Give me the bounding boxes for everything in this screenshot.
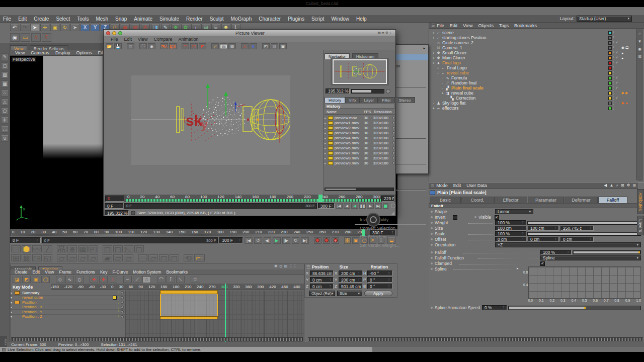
select-menu-item[interactable]: Invert Visibility [353,217,428,223]
object-row-final-logo[interactable]: + ⌐ Final Logo ⋮ [431,65,634,70]
timeline-menu-item[interactable]: Create [15,269,28,275]
grid-view-icon[interactable]: ▦ [228,43,236,49]
visibility-dots-icon[interactable]: ⋮ [612,91,615,95]
region-tool-icon[interactable]: ▣ [32,276,40,283]
object-row-starting-clones[interactable]: + ⌐ starting clones Position ⋮ [431,35,634,40]
visibility-dots-icon[interactable]: ⋮ [612,51,615,55]
menu-item[interactable]: Sculpt [210,16,224,22]
expand-icon[interactable]: ▸ [325,141,328,145]
modeling-tool-icon[interactable]: ▱ [113,254,123,261]
object-icon[interactable]: ⌐ [436,106,441,111]
navigator-thumbnail[interactable] [331,58,389,85]
visible-checkbox[interactable]: ✓ [495,215,499,220]
object-icon[interactable]: ○ [436,41,441,45]
menu-item[interactable]: File [3,16,11,22]
timeline-menu-item[interactable]: Edit [33,269,40,275]
minimize-icon[interactable] [112,31,116,35]
pv-zoom-slider[interactable] [351,89,384,94]
modeling-tool-icon[interactable]: ╱ [43,245,52,252]
viewport-menu-item[interactable]: Cameras [31,50,49,55]
lock-icon[interactable]: ⊠ [638,54,641,59]
layer-color-chip[interactable] [608,46,612,50]
history-row[interactable]: ▸ preview.mov 30 320x180 [325,115,395,120]
timeline-menu-item[interactable]: F-Curve [113,269,128,275]
am-menu-item[interactable]: Edit [453,183,461,188]
lasso-selection-icon[interactable]: ʖ [31,33,41,42]
scale-keys-icon[interactable]: ◩ [22,276,31,283]
layout-both-icon[interactable]: ▣ [279,43,287,49]
object-tags[interactable]: ◆ ◆ [621,91,634,95]
modeling-tool-icon[interactable]: ⬚ [11,245,21,252]
pv-stop-button[interactable] [383,203,389,209]
viewport-menu-item[interactable]: Display [55,50,70,55]
weight-slider[interactable] [527,221,641,225]
menu-item[interactable]: Edit [18,16,27,22]
history-hscrollbar[interactable] [325,188,394,191]
tab-coord[interactable]: Coord. [461,197,494,203]
tab-falloff[interactable]: Falloff [598,197,627,203]
size-y-field[interactable]: 200 cm⊺ [339,277,362,283]
layer-color-chip[interactable] [608,107,612,110]
expand-icon[interactable]: + [431,56,436,60]
pv-resize-grip[interactable]: ◢ [391,211,394,215]
pv-menu-item[interactable]: File [111,37,118,42]
timeline-menu-item[interactable]: View [45,269,54,275]
select-menu-item[interactable]: Convert Selection [353,225,428,231]
timeline-menu-item[interactable]: Key [100,269,108,275]
layout-single-icon[interactable]: ◰ [262,43,270,49]
timeline-menu-item[interactable]: Functions [76,269,95,275]
expand-icon[interactable]: · [445,97,449,100]
workplane-tool-icon[interactable]: ⌐· [194,254,205,261]
tab-layers[interactable]: Layers [637,216,644,236]
curve-easeout-icon[interactable]: ⟍ [176,276,185,283]
visibility-dots-icon[interactable]: ⋮ [612,36,615,40]
pv-goto-start-button[interactable]: |◀ [336,203,343,209]
object-row-circle-camera[interactable]: · ○ Circle.camera_2 ⋮ ✓ [431,40,634,45]
play-backward-button[interactable]: ↺ [254,237,262,244]
enabled-check-icon[interactable]: ✓ [615,81,621,85]
curve-easein-icon[interactable]: ⟌ [167,276,175,283]
object-icon[interactable]: ∿ [445,76,450,80]
expand-icon[interactable]: + [431,36,436,40]
rectangle-selection-icon[interactable]: ▭ [21,33,30,42]
layer-color-chip[interactable] [608,81,612,85]
workplane-icon[interactable]: ▦ [1,80,9,87]
pv-end-frame-field[interactable]: 300 F⊺ [318,203,335,209]
object-row-sky-logo-flat[interactable]: · ♟ Sky logo flat ⋮ ◆ ▲ [431,101,634,106]
polygons-mode-icon[interactable]: ⬠ [1,108,9,115]
visibility-dots-icon[interactable]: ⋮ [612,106,615,110]
object-row-plain-final-scale[interactable]: · ▞ Plain final scale ⋮ ✓ [431,85,634,90]
expand-icon[interactable]: ▾ [11,291,15,295]
layout-list-icon[interactable]: ▤ [271,43,278,49]
history-row[interactable]: ▸ preview1.mov 30 320x180 [325,120,395,125]
pv-titlebar[interactable]: Picture Viewer ⧉⊞✥↓ [104,30,395,36]
modeling-tool-icon[interactable]: ◻ [134,245,144,252]
expand-icon[interactable]: ▾ [11,315,15,318]
close-icon[interactable] [106,31,110,35]
object-row-reveal-cube[interactable]: + ◨ reveal cube ⋮ ◆ ◆ [431,90,634,96]
anchor-icon[interactable]: ✥ [274,264,278,268]
object-tags[interactable]: ◉ ⬓ [621,46,634,50]
visibility-dots-icon[interactable]: ⋮ [612,61,615,65]
object-icon[interactable]: ❖ [436,56,441,60]
expand-icon[interactable]: ▸ [325,126,328,130]
bottom-scroll-strip-right[interactable] [308,337,643,341]
menu-item[interactable]: Simulate [159,16,179,22]
expand-icon[interactable]: ▾ [11,296,15,299]
visibility-dots-icon[interactable]: ⋮ [612,76,615,80]
bottom-scroll-strip-left[interactable] [11,337,303,341]
histogram-icon[interactable]: ▥ [127,43,134,49]
visibility-dots-icon[interactable]: ⋮ [612,46,615,50]
object-row-main-cloner[interactable]: + ❖ Main Cloner ⋮ ✓ ● [431,55,634,60]
tab-history[interactable]: History [325,97,345,103]
modeling-tool-icon[interactable]: ◰ [89,245,98,252]
tab-deformer[interactable]: Deformer [565,197,598,203]
expand-icon[interactable]: · [431,41,436,45]
offset-y-field[interactable]: 0 cm⊺ [528,237,559,242]
expand-icon[interactable]: · [440,76,445,80]
size-z-field[interactable]: 250.745 c⊺ [560,226,594,231]
layout-dropdown[interactable]: Startup (User)▾ [577,16,632,22]
modeling-tool-icon[interactable]: ◲ [32,254,42,261]
points-mode-icon[interactable]: ∴ [1,89,9,97]
object-icon[interactable]: ☄ [445,81,450,85]
